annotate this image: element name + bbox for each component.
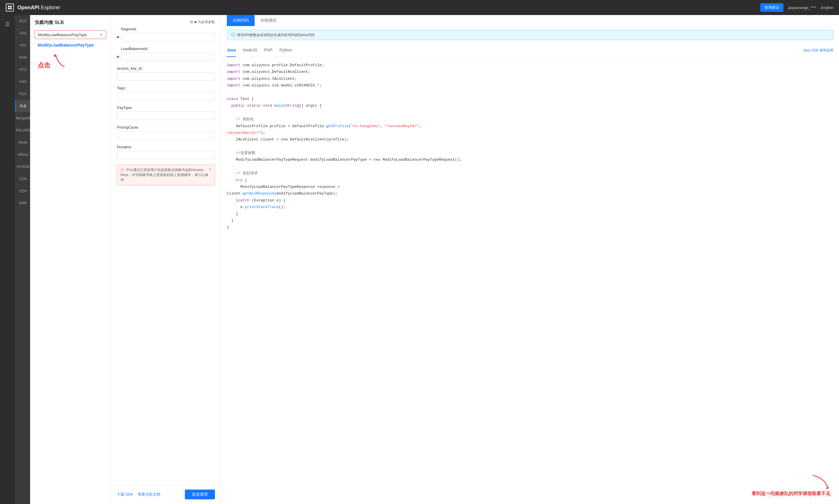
sidebar-item-redis[interactable]: Redis [15,137,30,148]
click-annotation: 点击 [38,52,106,70]
bottom-actions: 下载 SDK 查看当前文档 发送请求 [111,485,221,504]
suggest-button[interactable]: 使用建议 [760,3,784,12]
sidebar-item-vpc[interactable]: VPC [15,39,30,51]
alert-box: ⓘ 平台通过已登录用户信息获取当前账号临时Access Keys，对当前账号线上… [117,164,215,185]
input-duration[interactable] [117,151,215,159]
alert-icon: ⓘ [121,168,124,172]
svg-marker-4 [53,53,57,57]
code-line-close3: } [227,224,833,231]
code-hint: ⓘ 填写API参数会自动同步生成对应SDK的Demo代码 [227,30,833,40]
label-pricingcycle: PricingCycle: [117,125,215,129]
tab-nodejs[interactable]: NodeJS [243,43,257,57]
code-area: import com.aliyuncs.profile.DefaultProfi… [221,57,839,504]
hint-text: 填写API参数会自动同步生成对应SDK的Demo代码 [237,33,314,38]
sidebar-item-sts[interactable]: STS [15,64,30,76]
code-line-client: IAcsClient client = new DefaultAcsClient… [227,136,833,143]
tab-java[interactable]: Java [227,43,236,57]
sidebar-item-polardb[interactable]: POLARDB [15,124,30,137]
header-right: 使用建议 papaorange_**** English [760,3,833,12]
code-tabs-bar: Java NodeJS PHP Python Java SDK 使用说明 [221,43,839,57]
label-duration: Duration: [117,145,215,149]
required-dot [194,21,196,23]
label-loadbalancerid: LoadBalancerId: [121,47,215,51]
code-line-4: import com.aliyuncs.slb.model.v20140515.… [227,82,833,89]
tab-online-debug[interactable]: 在线调试 [255,15,282,26]
code-line-try: try { [227,177,833,183]
code-line-5: class Test { [227,96,833,102]
input-paytype[interactable] [117,111,215,120]
sidebar-item-slb[interactable]: SLB [15,100,30,112]
svg-rect-1 [10,6,12,7]
panel-right: 示例代码 在线调试 ⓘ 填写API参数会自动同步生成对应SDK的Demo代码 J… [221,15,839,504]
sdk-link[interactable]: Java SDK 使用说明 [803,48,833,53]
panel-left: 负载均衡 SLB ✕ ModifyLoadBalancerPayType 点击 [30,15,111,504]
view-doc-button[interactable]: 查看当前文档 [138,492,160,497]
header-lang[interactable]: English [821,5,833,10]
input-pricingcycle[interactable] [117,131,215,140]
view-tabs: 示例代码 在线调试 [221,15,839,26]
sidebar-item-ram[interactable]: RAM [15,51,30,64]
menu-icon[interactable]: ||| [5,18,10,30]
label-paytype: PayType: [117,106,215,110]
search-close-icon[interactable]: ✕ [100,32,103,37]
hint-icon: ⓘ [231,32,235,38]
code-line-init: DefaultProfile profile = DefaultProfile.… [227,123,833,129]
sidebar-item-ecs[interactable]: ECS [15,15,30,27]
tab-python[interactable]: Python [279,43,292,57]
annotation-section: 看到这一坨就凌乱的同学请假装看不见 [752,472,830,498]
input-tags[interactable] [117,92,215,100]
code-line-catch: }catch (Exception e) { [227,197,833,204]
sidebar-item-mongodb[interactable]: MongoDB [15,112,30,124]
input-access-key-id[interactable] [117,72,215,80]
search-input[interactable] [38,33,100,37]
panel-middle-wrapper: 加 为必填参数 RegionId: LoadBalancerId: [111,15,221,504]
sidebar-item-emr[interactable]: EMR [15,197,30,209]
code-line-close2: } [227,217,833,224]
code-line-stack: e.printStackTrace(); [227,204,833,210]
field-access-key-id: access_key_id: [117,66,215,80]
main-layout: ||| ECS OSS VPC RAM STS CMS RDS SLB Mong… [0,15,839,504]
code-line-getacs: client.getAcsResponse(modifyLoadBalancer… [227,190,833,197]
code-comment-params: //设置参数 [227,150,833,156]
field-tags: Tags: [117,86,215,100]
annotation-arrow-icon [807,472,830,490]
header-title: OpenAPI Explorer [17,5,60,11]
code-line-3: import com.aliyuncs.IAcsClient; [227,75,833,82]
download-sdk-button[interactable]: 下载 SDK [117,492,133,497]
send-request-button[interactable]: 发送请求 [185,489,215,499]
sidebar-item-hitsdb[interactable]: HiTSDB [15,161,30,173]
alert-close-icon[interactable]: ✕ [208,167,212,172]
sidebar-item-oss[interactable]: OSS [15,27,30,39]
field-paytype: PayType: [117,106,215,120]
logo-icon [6,3,14,12]
sidebar-item-cdn[interactable]: CDN [15,173,30,185]
arrow-icon [53,52,70,70]
sidebar-item-hbase[interactable]: HBase [15,148,30,161]
field-pricingcycle: PricingCycle: [117,125,215,140]
code-line-close1: } [227,211,833,217]
input-loadbalancerid[interactable] [121,53,215,61]
code-line-2: import com.aliyuncs.DefaultAcsClient; [227,69,833,75]
sidebar-item-cen[interactable]: CEN [15,185,30,197]
sidebar-narrow: ||| [0,15,15,504]
code-comment-init: // 初始化 [227,116,833,123]
required-indicator-lbid [117,56,119,58]
svg-rect-3 [10,8,12,10]
code-line-request: ModifyLoadBalancerPayTypeRequest modifyL… [227,156,833,163]
field-loadbalancerid: LoadBalancerId: [117,47,215,61]
input-regionid[interactable] [121,33,215,41]
api-link[interactable]: ModifyLoadBalancerPayType [38,43,94,48]
field-duration: Duration: [117,145,215,159]
tab-php[interactable]: PHP [264,43,273,57]
svg-rect-2 [8,8,10,10]
code-line-response: ModifyLoadBalancerPayTypeResponse respon… [227,183,833,190]
code-line-init2: <accessSecret>"); [227,129,833,136]
sidebar-item-rds[interactable]: RDS [15,88,30,100]
panel-middle: 加 为必填参数 RegionId: LoadBalancerId: [111,15,221,485]
header: OpenAPI Explorer 使用建议 papaorange_**** En… [0,0,839,15]
code-line-1: import com.aliyuncs.profile.DefaultProfi… [227,62,833,69]
field-region-id: RegionId: [117,27,215,41]
label-tags: Tags: [117,86,215,90]
tab-sample-code[interactable]: 示例代码 [227,15,255,26]
sidebar-item-cms[interactable]: CMS [15,76,30,88]
